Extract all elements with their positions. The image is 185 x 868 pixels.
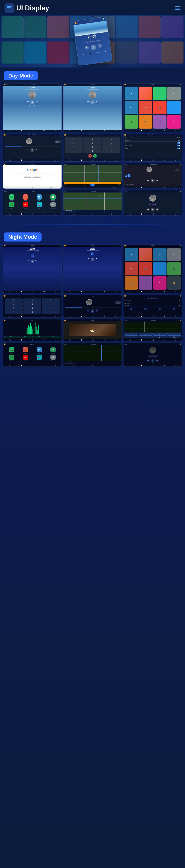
nav-ctrl-5[interactable]: + [124,336,138,338]
night-numpad-6[interactable]: 6 [42,302,60,306]
night-settings-btn-2[interactable]: ▲ [144,308,147,310]
night-numpad-hash[interactable]: # [42,310,60,314]
night-numpad-3[interactable]: 3 [42,299,60,302]
svg-rect-5 [175,9,181,10]
night-nav-map: 18:31Navigation🔋 📍 10:16 ETA 5.0 km Star… [63,343,122,367]
night-numpad-4[interactable]: 4 [5,302,23,306]
not-playing-play[interactable]: ▶ [151,208,155,212]
google-search-input[interactable] [12,173,53,175]
google-logo: Google [27,168,37,172]
svg-rect-3 [175,6,181,7]
cp-waze-app[interactable]: 🚗 Waze [33,202,46,209]
night-mode-label: Night Mode [4,232,42,242]
numpad-0[interactable]: 0 [83,149,102,153]
cp-maps-app[interactable]: 🗺 Maps [33,194,46,201]
night-home-2: 📶20:08🔋 20:08 A stunning display of clar… [63,245,122,293]
night-row-2: 📶 Bluetooth_Call ✕ 1 2 3 4 5 6 7 8 9 [0,295,185,318]
night-cp-spotify[interactable]: 🎧 Spotify [5,354,18,362]
night-cp-maps[interactable]: 🗺 Maps [33,347,46,354]
night-prev-btn[interactable]: ⏮ [147,359,150,362]
night-numpad-5[interactable]: 5 [23,302,42,306]
numpad-9[interactable]: 9 [102,145,120,149]
night-cp-settings[interactable]: ⚙ Settings [47,354,59,362]
numpad-hash[interactable]: # [102,149,120,153]
nav-ctrl-1[interactable]: ◀ [124,333,138,336]
auto-connect-toggle[interactable] [177,145,180,147]
nav-ctrl-6[interactable]: - [138,336,153,338]
bt-call-title: Bluetooth_Call [89,134,96,135]
eq-btn-1[interactable]: EQ1 [4,336,18,338]
numpad-4[interactable]: 4 [65,142,83,145]
day-row-2: 📶 Bluetooth_Music ✕ Music Title Music Al… [0,134,185,162]
eq-btn-2[interactable]: EQ2 [19,336,32,338]
night-numpad-9[interactable]: 9 [42,306,60,310]
google-search-btn[interactable]: Google Search [24,176,31,178]
eq-btn-3[interactable]: EQ3 [32,336,46,338]
auto-answer-toggle[interactable] [177,142,180,144]
day-social-music: 17:40 SocialMusic 🔋 华平_好听.mp4 某某_好听.mp3 [123,163,182,189]
cp-messages-app[interactable]: 💬 Messages [47,194,59,201]
day-not-playing: 18:01🔋 Not Playing ⏮ ▶ ⏭ 📞💬🎵🗺⚙ [123,190,182,216]
cp-music-app[interactable]: 🎵 Music [19,194,32,201]
night-numpad-0[interactable]: 0 [23,310,42,314]
night-cp-music[interactable]: 🎵 Music [19,347,32,354]
night-bt-settings: 📶 17:38 🔋 Bluetooth_Settings ▲▲ Directio… [123,295,182,318]
day-row-4: 18:30CarPlay🔋 📞 Phone 🎵 Music 🗺 [0,190,185,216]
cp-settings-app[interactable]: ⚙ Settings [47,202,59,209]
day-bt-call: 📶 Bluetooth_Call ✕ 1 2 3 4 5 6 7 8 9 [63,134,122,162]
nav-ctrl-8[interactable]: 🔄 [167,336,181,338]
nav-ctrl-4[interactable]: ▼ [167,333,181,336]
night-numpad-7[interactable]: 7 [5,306,23,310]
numpad-6[interactable]: 6 [102,142,120,145]
cp-spotify-app[interactable]: 🎧 Spotify [5,202,18,209]
night-numpad-star[interactable]: * [5,310,23,314]
night-numpad-1[interactable]: 1 [5,299,23,302]
numpad-5[interactable]: 5 [83,142,102,145]
end-call-btn[interactable]: 📵 [88,154,92,158]
night-cp-phone[interactable]: 📞 Phone [5,347,18,354]
night-eq-screen: 📶1:54🔋 [3,319,62,341]
night-play-btn[interactable]: ▶ [151,359,155,363]
night-cp-waze[interactable]: 🚗 Waze [33,354,46,362]
cp-yt-app[interactable]: ▶ YouTube [19,202,32,209]
night-settings-btn-4[interactable]: ▼ [173,308,175,310]
night-next-btn[interactable]: ⏭ [156,359,159,362]
numpad-star[interactable]: * [65,149,83,153]
bt-music-title: Bluetooth_Music [28,134,36,135]
night-carplay-apps: 📶CarPlay🔋 📞 Phone 🎵 Music 🗺 [3,343,62,367]
waveform-display [124,174,181,178]
numpad-8[interactable]: 8 [83,145,102,149]
night-home-3: 📶20:08🔋 ✈ 🎵 BT ⚙ 🗺 📷 ☁ 📱 🔊 🎧 ♥ [123,245,182,293]
svg-rect-4 [175,8,181,8]
not-playing-next[interactable]: ⏭ [156,208,159,211]
top-menu-icon[interactable] [175,5,181,11]
numpad-7[interactable]: 7 [65,145,83,149]
media-image: 🍜 [69,324,116,336]
eq-btn-4[interactable]: EQ4 [47,336,60,338]
device-pin-row: Device pin 0000 [124,139,181,142]
night-settings-btn-1[interactable]: ◀ [130,308,132,310]
go-button[interactable]: GO [90,184,95,186]
numpad-3[interactable]: 3 [102,137,120,141]
nav-ctrl-2[interactable]: ▲ [138,333,153,336]
night-waveform [29,252,35,258]
numpad-1[interactable]: 1 [65,137,83,141]
night-settings-btn-3[interactable]: ▶ [159,308,161,310]
night-cp-msgs[interactable]: 💬 Messages [47,347,59,354]
google-lucky-btn[interactable]: I'm Feeling Lucky [32,176,41,178]
day-google-screen: 📶17:07🔋 Google Google Search I'm Feeling… [3,163,62,189]
play-pause-icon: ⏸ [90,44,97,50]
cp-phone-app[interactable]: 📞 Phone [5,194,18,201]
night-numpad-8[interactable]: 8 [23,306,42,310]
answer-call-btn[interactable]: 📞 [93,154,97,158]
not-playing-prev[interactable]: ⏮ [147,208,150,211]
night-not-playing-label: Not Playing [148,354,158,358]
night-cp-yt[interactable]: ▶ YouTube [19,354,32,362]
night-numpad-2[interactable]: 2 [23,299,42,302]
nav-ctrl-7[interactable]: 🏠 [153,336,167,338]
nav-ctrl-3[interactable]: ▶ [153,333,167,336]
power-toggle[interactable] [177,148,180,149]
numpad-2[interactable]: 2 [83,137,102,141]
header: UI Display [0,0,185,15]
night-big-waveform [4,322,61,335]
